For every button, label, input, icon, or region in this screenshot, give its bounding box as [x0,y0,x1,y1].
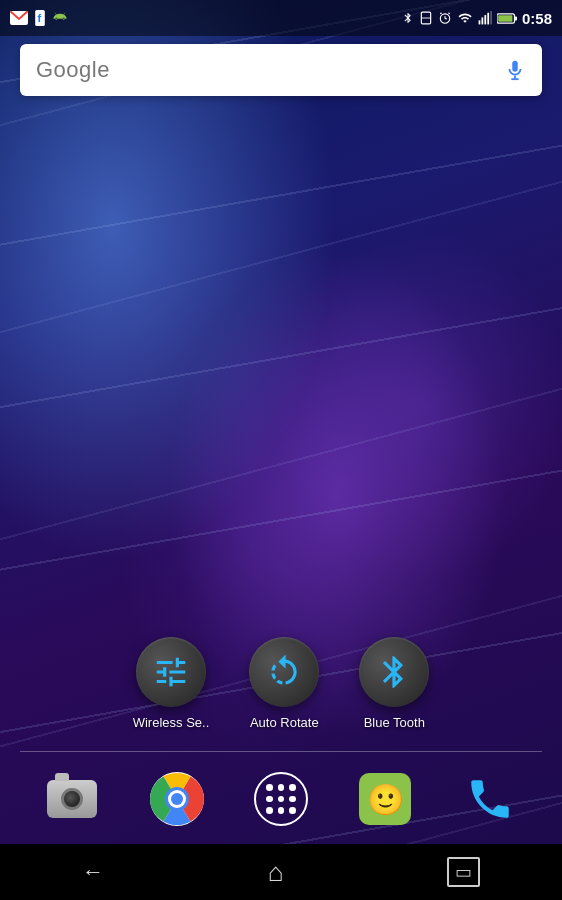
home-button[interactable]: ⌂ [268,857,284,888]
svg-rect-11 [481,17,483,24]
svg-rect-10 [479,20,481,24]
dock-divider [20,751,542,752]
status-time: 0:58 [522,10,552,27]
svg-text:f: f [38,12,42,24]
drawer-dot [278,796,285,803]
status-bar: f [0,0,562,36]
drawer-dot [289,796,296,803]
sim-icon [419,11,433,25]
dock: 🙂 [0,754,562,844]
svg-rect-17 [514,16,517,20]
gmail-icon [10,11,28,25]
messenger-dock-icon[interactable]: 🙂 [353,767,418,832]
svg-rect-13 [487,13,489,25]
drawer-dot [266,784,273,791]
android-icon [52,10,68,26]
drawer-dot [278,807,285,814]
bluetooth-shortcut[interactable]: Blue Tooth [359,637,429,730]
svg-line-8 [440,13,441,14]
svg-line-9 [448,13,449,14]
alarm-icon [438,11,452,25]
bluetooth-icon [359,637,429,707]
mic-icon[interactable] [504,59,526,81]
app-drawer-icon[interactable] [248,767,313,832]
signal-icon [478,11,492,25]
recents-button[interactable]: ▭ [447,857,480,887]
nav-bar: ← ⌂ ▭ [0,844,562,900]
drawer-dot [266,807,273,814]
wireless-settings-icon [136,637,206,707]
svg-rect-16 [498,15,512,22]
svg-rect-18 [512,61,518,72]
wireless-settings-label: Wireless Se.. [133,715,210,730]
drawer-dot [278,784,285,791]
auto-rotate-shortcut[interactable]: Auto Rotate [249,637,319,730]
drawer-dot [266,796,273,803]
svg-rect-14 [490,11,492,24]
shortcuts: Wireless Se.. Auto Rotate Blue Tooth [0,637,562,730]
svg-point-24 [171,793,183,805]
svg-rect-12 [484,15,486,24]
camera-dock-icon[interactable] [40,767,105,832]
search-label: Google [36,57,110,83]
phone-dock-icon[interactable] [457,767,522,832]
back-button[interactable]: ← [82,859,104,885]
wireless-settings-shortcut[interactable]: Wireless Se.. [133,637,210,730]
facebook-icon: f [34,10,46,26]
search-bar[interactable]: Google [20,44,542,96]
status-left: f [10,10,68,26]
status-right: 0:58 [402,10,552,27]
chrome-dock-icon[interactable] [144,767,209,832]
drawer-dot [289,807,296,814]
auto-rotate-label: Auto Rotate [250,715,319,730]
bluetooth-status-icon [402,10,414,26]
auto-rotate-icon [249,637,319,707]
drawer-dot [289,784,296,791]
bluetooth-label: Blue Tooth [364,715,425,730]
battery-icon [497,12,517,25]
wifi-icon [457,11,473,25]
screen: f [0,0,562,900]
